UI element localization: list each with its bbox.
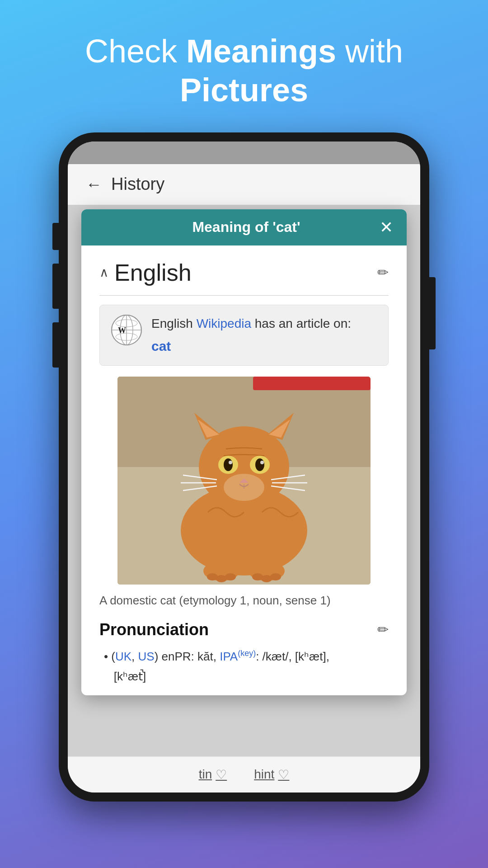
power-button [429,277,436,349]
status-bar [68,142,420,164]
cat-image [117,377,371,585]
tin-heart-icon[interactable]: ♡ [216,767,227,782]
svg-point-19 [224,458,233,471]
topbar-title: History [111,175,164,194]
hero-text-meanings: Meanings [186,33,336,69]
language-header-left: ∧ English [99,259,192,286]
edit-icon[interactable]: ✏ [377,264,389,280]
pronunciation-edit-icon[interactable]: ✏ [377,622,389,637]
wikipedia-word-link[interactable]: cat [151,336,351,356]
wikipedia-globe-icon: W [111,314,142,346]
uk-link[interactable]: UK [115,650,131,663]
back-button[interactable]: ← [86,175,102,194]
key-superscript: (key) [238,649,256,658]
hero-line1: Check Meanings with [85,32,403,71]
svg-point-20 [255,458,264,471]
volume-down-button [52,322,59,368]
wikipedia-box: W English Wikipedia has an article on: c… [99,305,389,366]
svg-point-37 [270,573,281,580]
cat-image-container [99,377,389,585]
bottom-word-hint[interactable]: hint ♡ [254,767,289,782]
pronunciation-header: Pronunciation ✏ [99,620,389,639]
language-label: English [114,259,192,286]
hero-line2: Pictures [85,71,403,109]
word-tin-label: tin [199,767,212,782]
volume-up-button [52,264,59,309]
cat-illustration [117,377,371,585]
modal-dialog: Meaning of 'cat' ✕ ∧ English ✏ [81,209,407,695]
svg-point-34 [225,573,236,580]
pronunciation-content: • (UK, US) enPR: kăt, IPA(key): /kæt/, [… [99,646,389,686]
wiki-suffix: has an article on: [251,316,351,330]
bottom-word-tin[interactable]: tin ♡ [199,767,227,782]
volume-mute-button [52,223,59,250]
hero-section: Check Meanings with Pictures [85,32,403,110]
svg-point-38 [224,474,264,501]
app-topbar: ← History [68,164,420,205]
word-hint-label: hint [254,767,274,782]
wiki-prefix: English [151,316,197,330]
us-link[interactable]: US [138,650,155,663]
language-section-header: ∧ English ✏ [99,259,389,286]
svg-point-22 [260,461,264,464]
section-divider [99,295,389,296]
hero-text-with: with [336,33,403,69]
wikipedia-text: English Wikipedia has an article on: cat [151,314,351,356]
phone-screen: ← History Meaning of 'cat' ✕ ∧ [68,142,420,793]
phone-frame: ← History Meaning of 'cat' ✕ ∧ [59,132,429,802]
svg-point-21 [229,461,232,464]
image-caption: A domestic cat (etymology 1, noun, sense… [99,592,389,609]
modal-body: ∧ English ✏ [81,245,407,695]
ipa-link[interactable]: IPA [220,650,238,663]
hint-heart-icon[interactable]: ♡ [278,767,289,782]
svg-text:W: W [118,326,126,335]
wikipedia-link[interactable]: Wikipedia [197,316,251,330]
modal-close-button[interactable]: ✕ [380,218,393,237]
svg-rect-10 [253,377,371,390]
bottom-bar: tin ♡ hint ♡ [68,756,420,793]
pronunciation-title: Pronunciation [99,620,209,639]
modal-title: Meaning of 'cat' [113,219,380,236]
modal-header: Meaning of 'cat' ✕ [81,209,407,245]
dialog-area: Meaning of 'cat' ✕ ∧ English ✏ [68,205,420,756]
hero-text-check: Check [85,33,186,69]
collapse-icon[interactable]: ∧ [99,265,109,280]
